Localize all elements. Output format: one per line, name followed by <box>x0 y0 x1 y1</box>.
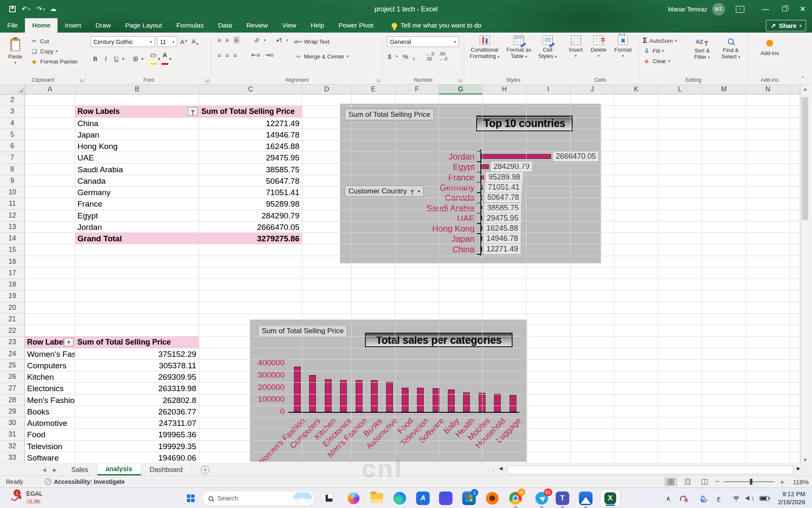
pivot-header-values[interactable]: Sum of Total Selling Price <box>199 106 302 117</box>
scroll-up-icon[interactable]: ▲ <box>801 86 810 91</box>
pivot-header-values[interactable]: Sum of Total Selling Price <box>75 337 199 348</box>
pivot-row-label[interactable]: Television <box>25 441 75 452</box>
column-header-A[interactable]: A <box>25 85 75 94</box>
minimize-button[interactable]: — <box>756 0 775 18</box>
pivot-header-row-labels[interactable]: Row Labels▾ <box>25 337 75 348</box>
underline-button[interactable]: U <box>112 55 121 63</box>
row-header-7[interactable]: 7 <box>0 152 25 163</box>
hscroll-right-icon[interactable]: ▶ <box>797 466 800 471</box>
row-header-30[interactable]: 30 <box>0 417 25 429</box>
collapse-ribbon-icon[interactable]: ⌃ <box>801 75 805 82</box>
decrease-indent-icon[interactable]: ⇤≡ <box>251 51 260 59</box>
tray-chevron-icon[interactable]: ∧ <box>666 488 671 508</box>
sheet-tab-analysis[interactable]: analysis <box>97 464 141 475</box>
file-explorer-icon[interactable] <box>369 491 384 506</box>
delete-cells-button[interactable]: ✕ Delete▾ <box>590 33 606 84</box>
tab-power-pivot[interactable]: Power Pivot <box>331 18 381 33</box>
autosum-button[interactable]: ΣAutoSum▾ <box>643 36 677 46</box>
pivot-row-value[interactable]: 199929.35 <box>75 441 199 452</box>
language-indicator[interactable]: ع <box>717 488 721 508</box>
pivot-row-value[interactable]: 14946.78 <box>199 129 302 141</box>
microphone-icon[interactable] <box>701 488 705 508</box>
tab-page-layout[interactable]: Page Layout <box>118 18 169 33</box>
row-header-9[interactable]: 9 <box>0 175 25 187</box>
battery-icon[interactable] <box>760 488 769 508</box>
underline-dropdown[interactable]: ▾ <box>122 57 124 61</box>
clipboard-dialog-launcher[interactable] <box>80 78 84 82</box>
column-header-F[interactable]: F <box>395 85 439 94</box>
pivot-row-value[interactable]: 247311.07 <box>75 417 199 429</box>
autocad-icon[interactable]: A <box>415 491 431 506</box>
pivot-row-label[interactable]: UAE <box>75 152 199 163</box>
increase-indent-icon[interactable]: ⇥≡ <box>265 51 274 59</box>
decrease-font-icon[interactable]: A▼ <box>191 38 200 46</box>
column-header-M[interactable]: M <box>702 85 746 94</box>
tell-me-box[interactable]: Tell me what you want to do <box>392 18 481 33</box>
teams-icon[interactable]: T <box>555 491 570 506</box>
row-header-26[interactable]: 26 <box>0 371 25 383</box>
page-layout-view-button[interactable] <box>681 477 694 486</box>
scroll-down-icon[interactable]: ▼ <box>801 457 810 462</box>
pivot-row-label[interactable]: Japan <box>75 129 199 141</box>
zoom-in-icon[interactable]: ＋ <box>779 477 786 487</box>
volume-icon[interactable]: ) <box>746 488 754 508</box>
pivot-row-label[interactable]: Food <box>25 429 75 440</box>
pivot-row-value[interactable]: 284290.79 <box>199 210 302 221</box>
pivot-row-value[interactable]: 262802.8 <box>75 395 199 406</box>
zoom-slider-thumb[interactable] <box>750 479 752 485</box>
row-header-28[interactable]: 28 <box>0 395 25 406</box>
format-painter-button[interactable]: ◆Format Painter <box>30 56 78 66</box>
bold-button[interactable]: B <box>91 55 100 63</box>
cell-grid[interactable]: Row LabelsSum of Total Selling PriceChin… <box>25 94 800 464</box>
close-button[interactable]: ✕ <box>793 0 812 18</box>
align-bottom-icon[interactable]: ≡ <box>233 36 240 44</box>
borders-icon[interactable]: ⊞ <box>131 55 140 63</box>
sheet-nav-right-icon[interactable]: ▶ <box>53 467 57 473</box>
chart-top-10-countries[interactable]: Sum of Total Selling PriceTop 10 countri… <box>340 104 601 263</box>
increase-decimal-icon[interactable]: ←.0.00 <box>425 51 434 61</box>
row-header-23[interactable]: 23 <box>0 337 25 348</box>
pivot-row-label[interactable]: Kitchen <box>25 371 75 383</box>
select-all-corner[interactable] <box>0 85 25 94</box>
reading-order-icon[interactable]: ▸¶ <box>277 37 282 43</box>
pivot-row-label[interactable]: France <box>75 198 199 210</box>
tab-data[interactable]: Data <box>211 18 239 33</box>
fill-button[interactable]: ⇩Fill▾ <box>643 46 677 56</box>
column-header-partial[interactable] <box>790 85 800 94</box>
row-header-3[interactable]: 3 <box>0 106 25 117</box>
photos-icon[interactable] <box>578 491 593 506</box>
pivot-row-value[interactable]: 305378.11 <box>75 360 199 371</box>
align-top-icon[interactable]: ≡ <box>217 36 221 44</box>
horizontal-scrollbar[interactable] <box>508 466 793 474</box>
column-header-G[interactable]: G <box>439 85 483 94</box>
row-header-8[interactable]: 8 <box>0 164 25 175</box>
excel-taskbar-icon[interactable]: X <box>601 490 620 507</box>
copilot-icon[interactable] <box>346 491 361 506</box>
font-size-select[interactable]: 11▾ <box>157 36 177 47</box>
pivot-row-value[interactable]: 29475.95 <box>199 152 302 163</box>
zoom-slider[interactable] <box>724 481 774 482</box>
row-header-5[interactable]: 5 <box>0 129 25 141</box>
tab-home[interactable]: Home <box>25 18 58 33</box>
pivot-row-label[interactable]: Electonics <box>25 383 75 394</box>
sheet-nav-left-icon[interactable]: ◀ <box>42 467 46 473</box>
cut-button[interactable]: ✂Cut <box>30 36 78 46</box>
comma-style-icon[interactable]: , <box>413 53 414 60</box>
conditional-formatting-button[interactable]: ConditionalFormatting ▾ <box>469 33 499 84</box>
pivot-row-value[interactable]: 71051.41 <box>199 187 302 198</box>
wifi-icon[interactable] <box>732 488 740 508</box>
row-header-10[interactable]: 10 <box>0 187 25 198</box>
chrome-icon[interactable]: M <box>508 491 523 506</box>
row-header-21[interactable]: 21 <box>0 314 25 325</box>
insert-cells-button[interactable]: ← Insert▾ <box>569 33 583 84</box>
pivot-row-value[interactable]: 262036.77 <box>75 406 199 417</box>
sort-icon[interactable]: ▾ <box>64 338 74 346</box>
pivot-row-value[interactable]: 12271.49 <box>199 118 302 129</box>
font-name-select[interactable]: Century Gothic▾ <box>91 36 155 47</box>
pivot-row-label[interactable]: China <box>75 118 199 129</box>
telegram-icon[interactable]: 61 <box>534 491 549 506</box>
tab-insert[interactable]: Insert <box>58 18 88 33</box>
zoom-level[interactable]: 118% <box>790 478 809 486</box>
pivot-row-label[interactable]: Hong Kong <box>75 141 199 152</box>
pivot-row-label[interactable]: Egypt <box>75 210 199 221</box>
